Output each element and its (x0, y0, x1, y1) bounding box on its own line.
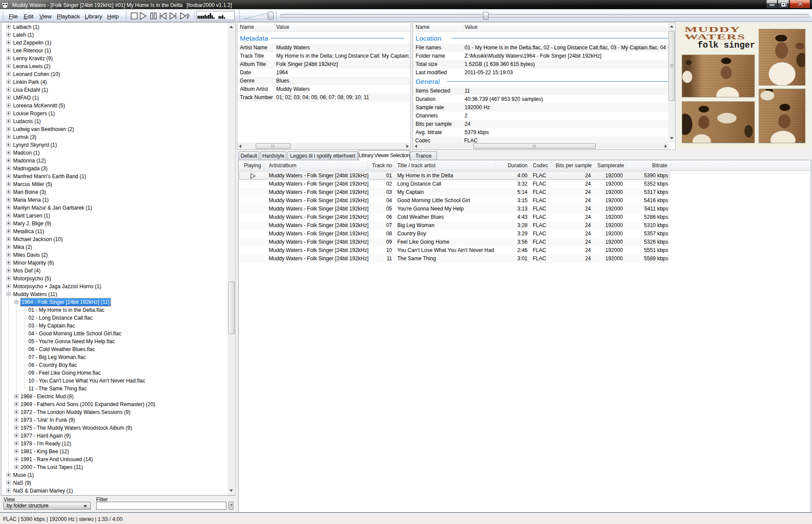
svg-text:?: ? (186, 12, 190, 20)
